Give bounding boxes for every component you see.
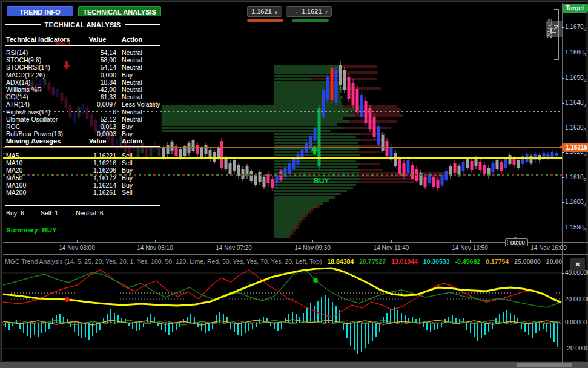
row-value: 52,12 — [79, 116, 116, 123]
row-name: Bull/Bear Power(13) — [6, 130, 63, 137]
support-line-yellow[interactable] — [3, 157, 562, 159]
row-name: STOCH(9,6) — [6, 56, 41, 64]
price-tick — [562, 202, 564, 203]
bid-price-box[interactable]: 1.16216→ — [247, 6, 282, 17]
time-label: 14 Nov 03:00 — [59, 245, 95, 251]
header-rule — [5, 45, 160, 46]
time-tick — [470, 240, 471, 243]
indicator-value: 20.77527 — [359, 258, 386, 265]
trend-info-button[interactable]: TREND INFO — [7, 6, 73, 16]
ma-col-action-label: Action — [122, 137, 142, 145]
lower-dotted-level-line — [3, 174, 562, 176]
row-action: Neutral — [122, 56, 142, 64]
indicator-row: Highs/Lows(14)0Neutral — [3, 108, 162, 116]
time-axis-top-rule — [3, 242, 588, 243]
row-name: Williams %R — [6, 86, 42, 93]
row-name: Ultimate Oscillator — [6, 116, 58, 123]
time-label: 14 Nov 07:20 — [216, 245, 252, 251]
time-label: 14 Nov 16:00 — [530, 245, 567, 251]
price-label: 1.16300 — [565, 124, 586, 132]
time-label: 14 Nov 09:30 — [294, 245, 331, 251]
neutral-count: Neutral: 6 — [76, 209, 104, 217]
osc-tick — [562, 323, 564, 323]
ask-strength-bar — [292, 19, 329, 22]
row-action: Neutral — [122, 64, 142, 71]
indicator-pane-header: MGC Trend Analysis (14, 5, 25, 20, Yes, … — [5, 258, 562, 266]
osc-label: -20.00000 — [565, 345, 588, 352]
price-label: 1.16400 — [565, 99, 586, 107]
row-action: Buy — [122, 182, 133, 189]
price-label: 1.16000 — [565, 199, 586, 206]
horizontal-scrollbar[interactable] — [0, 362, 588, 368]
indicator-values: 18.8438420.7752713.0104410.30533-0.45682… — [322, 258, 562, 265]
ask-price: 1.1621 — [302, 7, 322, 16]
target-badge: Target — [562, 4, 588, 13]
row-name: MA100 — [6, 182, 26, 189]
row-value: 61,33 — [79, 93, 116, 100]
price-tick — [562, 152, 564, 153]
row-name: RSI(14) — [6, 49, 28, 56]
summary-rule — [5, 205, 160, 206]
row-value: 0,0097 — [79, 100, 116, 108]
indicator-value: 0.17754 — [486, 258, 509, 265]
ask-price-box[interactable]: →1.16217 — [286, 6, 332, 17]
panel-title: TECHNICAL ANALYSIS — [45, 21, 121, 28]
time-tick — [155, 240, 156, 243]
indicator-value: 10.30533 — [423, 258, 450, 265]
price-tick — [562, 128, 564, 128]
row-action: Neutral — [122, 93, 142, 100]
sell-signal-label: SELL — [55, 39, 72, 47]
row-value: 54,14 — [79, 49, 116, 56]
price-tick — [562, 103, 564, 104]
current-price-line[interactable] — [3, 147, 562, 148]
sell-count: Sell: 1 — [41, 209, 58, 217]
ma-header-label: Moving Averages — [6, 137, 61, 145]
row-name: ATR(14) — [6, 100, 30, 108]
price-label: 1.16700 — [565, 24, 586, 31]
indicator-value: 18.84384 — [327, 258, 354, 265]
indicator-row: Ultimate Oscillator52,12Neutral — [3, 116, 162, 123]
time-tick — [549, 240, 549, 243]
row-value: 0,000 — [79, 71, 116, 79]
row-action: Buy — [122, 71, 133, 79]
scrollbar-thumb[interactable] — [517, 363, 572, 367]
time-label: 14 Nov 11:40 — [374, 245, 409, 251]
row-name: ROC — [6, 123, 20, 130]
close-indicator-button[interactable]: × — [570, 258, 585, 271]
row-value: 1,16216 — [79, 159, 116, 166]
indicator-title: MGC Trend Analysis (14, 5, 25, 20, Yes, … — [5, 258, 322, 265]
row-name: STOCHRSI(14) — [6, 64, 50, 71]
ma-header-row: Moving Averages Value Action — [3, 137, 162, 145]
indicator-pane-top-rule — [3, 254, 588, 255]
price-tick — [562, 228, 564, 228]
indicator-row: ROC0,013Buy — [3, 123, 162, 131]
row-action: Less Volatility — [122, 100, 160, 108]
time-tick — [312, 240, 313, 243]
bid-strength-bar — [247, 19, 283, 22]
price-axis-line — [562, 3, 563, 363]
row-value: 1,16206 — [79, 166, 116, 174]
buy-count: Buy: 6 — [6, 209, 24, 217]
price-tick — [562, 177, 564, 178]
col-action-label: Action — [122, 36, 142, 43]
indicator-row: RSI(14)54,14Neutral — [3, 49, 162, 57]
row-name: ADX(14) — [6, 79, 30, 86]
current-price-badge: 1.16215 — [563, 143, 588, 152]
row-action: Neutral — [122, 79, 142, 86]
ma-col-value-label: Value — [79, 137, 116, 145]
row-value: 0,0003 — [79, 130, 116, 137]
row-name: CCI(14) — [6, 93, 28, 100]
trading-app-window: TREND INFO TECHNICAL ANALYSIS 1.16216→ →… — [0, 0, 588, 368]
indicator-row: MACD(12,26)0,000Buy — [3, 71, 162, 79]
oscillator-chart[interactable] — [2, 255, 562, 364]
pips-range-label: 20 pips — [546, 16, 553, 41]
ask-price-pipette: 7 — [325, 9, 328, 16]
technical-analysis-panel: TECHNICAL ANALYSIS Technical Indicators … — [3, 18, 162, 238]
buy-signal-label: BUY — [314, 177, 329, 185]
row-value: 0,013 — [79, 123, 116, 130]
row-action: Neutral — [122, 49, 142, 56]
ma-row: MA2001,16261Sell — [3, 189, 162, 197]
technical-analysis-button[interactable]: TECHNICAL ANALYSIS — [78, 6, 161, 16]
row-value: 1,16214 — [79, 182, 116, 189]
osc-tick — [562, 300, 564, 300]
